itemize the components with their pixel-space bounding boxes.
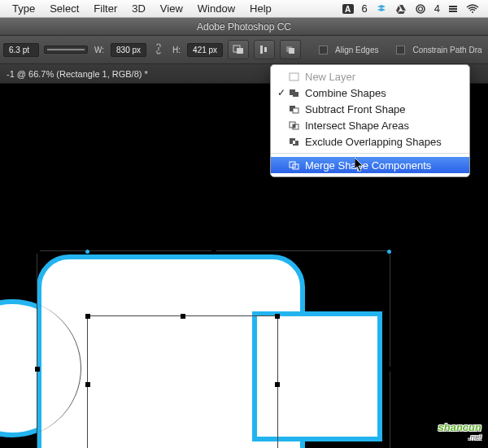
handle-tr[interactable] bbox=[275, 314, 280, 319]
handle-tl[interactable] bbox=[85, 314, 90, 319]
svg-rect-6 bbox=[449, 11, 457, 12]
menu-item-exclude[interactable]: Exclude Overlapping Shapes bbox=[271, 133, 469, 150]
menu-item-label: Merge Shape Components bbox=[305, 159, 431, 172]
handle-tm[interactable] bbox=[181, 314, 185, 319]
merge-icon bbox=[287, 159, 300, 171]
svg-rect-10 bbox=[260, 46, 263, 54]
menu-type[interactable]: Type bbox=[5, 2, 42, 15]
svg-rect-4 bbox=[449, 6, 457, 7]
watermark: shancun .net bbox=[438, 421, 481, 441]
adobe-a-icon[interactable]: A bbox=[338, 4, 358, 14]
handle-ml[interactable] bbox=[85, 382, 90, 387]
handle-tm[interactable] bbox=[211, 249, 216, 254]
path-operations-menu: New Layer ✓ Combine Shapes Subtract Fron… bbox=[270, 64, 470, 177]
cc-icon[interactable] bbox=[411, 4, 430, 14]
svg-point-3 bbox=[418, 7, 422, 11]
drive-icon[interactable] bbox=[391, 4, 411, 14]
svg-point-2 bbox=[416, 5, 425, 13]
menu-item-subtract[interactable]: Subtract Front Shape bbox=[271, 101, 469, 117]
stroke-style-dropdown[interactable] bbox=[44, 46, 88, 54]
menu-view[interactable]: View bbox=[153, 2, 190, 15]
svg-rect-21 bbox=[293, 124, 295, 128]
path-align-button[interactable] bbox=[254, 40, 275, 59]
watermark-text: shancun bbox=[438, 421, 481, 433]
menu-extra-icon[interactable] bbox=[444, 4, 462, 14]
menu-3d[interactable]: 3D bbox=[124, 2, 153, 15]
svg-rect-13 bbox=[289, 48, 294, 54]
menu-item-label: New Layer bbox=[305, 71, 355, 83]
wifi-icon[interactable] bbox=[462, 4, 483, 14]
handle-mr[interactable] bbox=[387, 367, 392, 372]
menu-window[interactable]: Window bbox=[190, 2, 242, 15]
handle-mr[interactable] bbox=[275, 382, 280, 387]
constrain-label: Constrain Path Dra bbox=[412, 46, 481, 54]
watermark-sub: .net bbox=[438, 433, 481, 441]
status-number: 6 bbox=[358, 2, 372, 15]
align-edges-label: Align Edges bbox=[335, 46, 378, 54]
svg-rect-14 bbox=[290, 73, 298, 80]
svg-rect-5 bbox=[449, 8, 457, 10]
align-edges-checkbox[interactable] bbox=[319, 45, 330, 54]
svg-rect-24 bbox=[293, 141, 295, 144]
menu-item-intersect[interactable]: Intersect Shape Areas bbox=[271, 117, 469, 133]
link-wh-icon[interactable] bbox=[151, 43, 166, 56]
combine-icon bbox=[287, 87, 300, 98]
menu-help[interactable]: Help bbox=[242, 2, 279, 15]
menu-separator bbox=[271, 153, 469, 154]
svg-point-7 bbox=[472, 11, 473, 13]
menu-select[interactable]: Select bbox=[42, 2, 86, 15]
app-title: Adobe Photoshop CC bbox=[197, 21, 291, 33]
options-bar: 6.3 pt W: 830 px H: 421 px Align Edges C… bbox=[0, 36, 488, 64]
stroke-weight-input[interactable]: 6.3 pt bbox=[3, 43, 39, 57]
menu-item-merge[interactable]: Merge Shape Components bbox=[271, 157, 469, 173]
new-layer-icon bbox=[287, 71, 300, 82]
app-title-bar: Adobe Photoshop CC bbox=[0, 18, 488, 36]
height-input[interactable]: 421 px bbox=[187, 43, 223, 57]
handle-ml[interactable] bbox=[35, 367, 40, 372]
exclude-icon bbox=[287, 136, 300, 147]
menu-item-label: Subtract Front Shape bbox=[305, 103, 406, 115]
menu-filter[interactable]: Filter bbox=[86, 2, 124, 15]
svg-text:A: A bbox=[345, 5, 351, 14]
status-number-2: 4 bbox=[430, 2, 444, 15]
svg-rect-18 bbox=[293, 108, 298, 113]
transform-bbox-inner[interactable] bbox=[87, 315, 278, 448]
menu-item-combine[interactable]: ✓ Combine Shapes bbox=[271, 85, 469, 101]
check-icon: ✓ bbox=[276, 87, 287, 98]
anchor-point[interactable] bbox=[387, 250, 391, 254]
path-ops-button[interactable] bbox=[228, 40, 249, 59]
svg-rect-16 bbox=[293, 92, 298, 97]
document-tab[interactable]: -1 @ 66.7% (Rectangle 1, RGB/8) * bbox=[7, 69, 148, 79]
menu-item-label: Intersect Shape Areas bbox=[305, 120, 409, 132]
handle-tl[interactable] bbox=[35, 249, 40, 254]
menu-item-label: Combine Shapes bbox=[305, 87, 386, 99]
menu-item-label: Exclude Overlapping Shapes bbox=[305, 136, 442, 148]
mac-menubar: Type Select Filter 3D View Window Help A… bbox=[0, 0, 488, 18]
constrain-checkbox[interactable] bbox=[396, 45, 407, 54]
width-label: W: bbox=[93, 46, 106, 54]
svg-rect-11 bbox=[264, 47, 267, 52]
dropbox-icon[interactable] bbox=[372, 4, 391, 14]
svg-rect-9 bbox=[237, 48, 243, 54]
path-arrange-button[interactable] bbox=[280, 40, 301, 59]
anchor-point[interactable] bbox=[85, 250, 89, 254]
intersect-icon bbox=[287, 120, 300, 131]
width-input[interactable]: 830 px bbox=[111, 43, 146, 57]
height-label: H: bbox=[171, 46, 182, 54]
subtract-icon bbox=[287, 103, 300, 115]
cursor-icon bbox=[355, 158, 366, 176]
menu-item-new-layer: New Layer bbox=[271, 68, 469, 85]
